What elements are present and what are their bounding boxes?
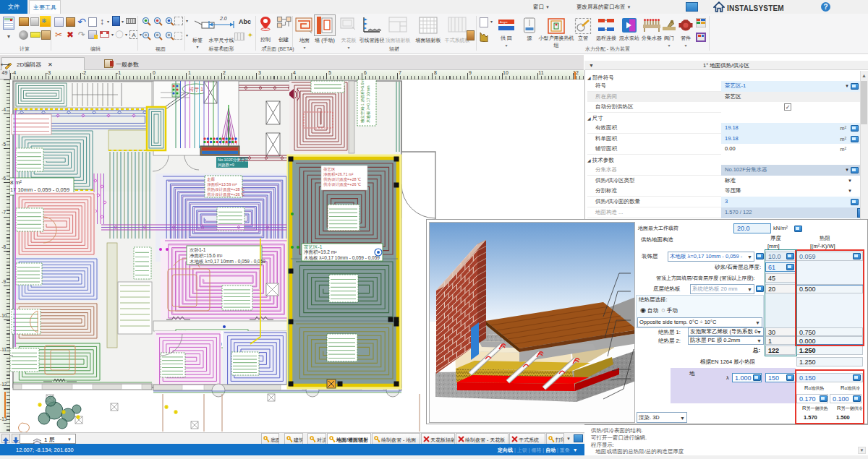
svg-text:2.0: 2.0 [219, 16, 227, 21]
svg-text:净面积=13.59 m²: 净面积=13.59 m² [207, 182, 237, 187]
svg-text:独立空间-1 净面积=5.9 m²: 独立空间-1 净面积=5.9 m² [360, 80, 365, 123]
svg-text:净面积=19.2 m²: 净面积=19.2 m² [304, 249, 337, 254]
svg-text:供热设计温度=+28 ℃: 供热设计温度=+28 ℃ [323, 177, 361, 182]
svg-text:Angre: Angre [500, 20, 508, 24]
svg-text:茶艺区-1: 茶艺区-1 [303, 244, 323, 249]
svg-text:净面积=26.71 m²: 净面积=26.71 m² [323, 172, 354, 177]
svg-text:净面积=15.6 m²: 净面积=15.6 m² [190, 253, 223, 258]
svg-text:木地板 λ=0,17 10mm: 木地板 λ=0,17 10mm [366, 85, 370, 123]
svg-text:回路数=9: 回路数=9 [218, 163, 234, 168]
svg-text:木地板 λ=0,17 10mm - 0,059 - 0,05: 木地板 λ=0,17 10mm - 0,059 - 0,059 [190, 259, 265, 264]
svg-text:供热设计温度=+28 ℃: 供热设计温度=+28 ℃ [207, 187, 244, 192]
svg-text:8 m²: 8 m² [10, 179, 22, 186]
svg-text:转厅-1: 转厅-1 [189, 87, 203, 92]
svg-text:17 10mm - 0,059 - 0,059: 17 10mm - 0,059 - 0,059 [10, 186, 69, 193]
svg-text:供冷设计温度=+26 ℃: 供冷设计温度=+26 ℃ [207, 192, 244, 197]
svg-text:走廊: 走廊 [207, 177, 216, 182]
svg-text:次卧1-1: 次卧1-1 [190, 247, 206, 252]
svg-text:茶艺区: 茶艺区 [323, 167, 336, 171]
svg-text:木地板 λ=0,17 10mm - 0,059 - 0,05: 木地板 λ=0,17 10mm - 0,059 - 0,059 [304, 255, 380, 260]
svg-text:供冷设计温度=+26 ℃: 供冷设计温度=+26 ℃ [323, 182, 361, 187]
